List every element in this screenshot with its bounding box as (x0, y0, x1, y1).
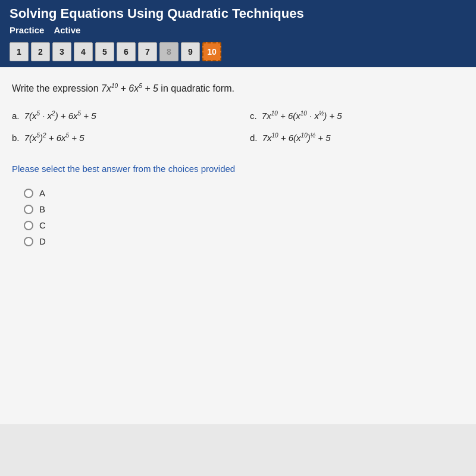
header: Solving Equations Using Quadratic Techni… (0, 0, 476, 67)
choice-b-text: 7(x5)2 + 6x5 + 5 (24, 133, 84, 143)
choice-d-text: 7x10 + 6(x10)½ + 5 (262, 133, 331, 143)
choice-c-label: c. (250, 111, 257, 121)
choice-d-label: d. (250, 133, 258, 143)
answer-options: A B C D (12, 188, 464, 246)
choice-a[interactable]: a. 7(x5 · x2) + 6x5 + 5 (12, 108, 226, 124)
answer-option-c[interactable]: C (24, 220, 464, 230)
choice-d[interactable]: d. 7x10 + 6(x10)½ + 5 (250, 130, 464, 146)
num-btn-9[interactable]: 9 (181, 42, 200, 61)
choice-c-text: 7x10 + 6(x10 · x½) + 5 (262, 111, 342, 121)
answer-option-b[interactable]: B (24, 204, 464, 214)
please-select-text: Please select the best answer from the c… (12, 164, 464, 174)
answer-option-c-label: C (39, 220, 46, 230)
answer-option-b-label: B (39, 204, 45, 214)
num-btn-3[interactable]: 3 (52, 42, 71, 61)
answer-option-a[interactable]: A (24, 188, 464, 198)
choice-b[interactable]: b. 7(x5)2 + 6x5 + 5 (12, 130, 226, 146)
num-btn-4[interactable]: 4 (74, 42, 93, 61)
header-sub: Practice Active (10, 25, 466, 37)
choice-a-label: a. (12, 111, 20, 121)
num-btn-7[interactable]: 7 (138, 42, 157, 61)
choice-a-text: 7(x5 · x2) + 6x5 + 5 (24, 111, 96, 121)
page-title: Solving Equations Using Quadratic Techni… (10, 6, 466, 25)
answer-option-d-label: D (39, 236, 46, 246)
choice-b-label: b. (12, 133, 20, 143)
radio-c[interactable] (24, 221, 33, 230)
num-btn-6[interactable]: 6 (117, 42, 136, 61)
main-content: Write the expression 7x10 + 6x5 + 5 in q… (0, 67, 476, 424)
radio-d[interactable] (24, 237, 33, 246)
choices-grid: a. 7(x5 · x2) + 6x5 + 5 c. 7x10 + 6(x10 … (12, 108, 464, 146)
number-row: 1 2 3 4 5 6 7 8 9 10 (10, 37, 466, 67)
answer-option-d[interactable]: D (24, 236, 464, 246)
radio-b[interactable] (24, 205, 33, 214)
radio-a[interactable] (24, 189, 33, 198)
num-btn-8[interactable]: 8 (159, 42, 178, 61)
num-btn-1[interactable]: 1 (10, 42, 29, 61)
num-btn-10[interactable]: 10 (202, 42, 221, 61)
num-btn-2[interactable]: 2 (31, 42, 50, 61)
question-prompt: Write the expression 7x10 + 6x5 + 5 in q… (12, 82, 464, 96)
answer-option-a-label: A (39, 188, 45, 198)
num-btn-5[interactable]: 5 (95, 42, 114, 61)
active-label: Active (54, 25, 80, 35)
practice-label: Practice (10, 25, 44, 35)
choice-c[interactable]: c. 7x10 + 6(x10 · x½) + 5 (250, 108, 464, 124)
